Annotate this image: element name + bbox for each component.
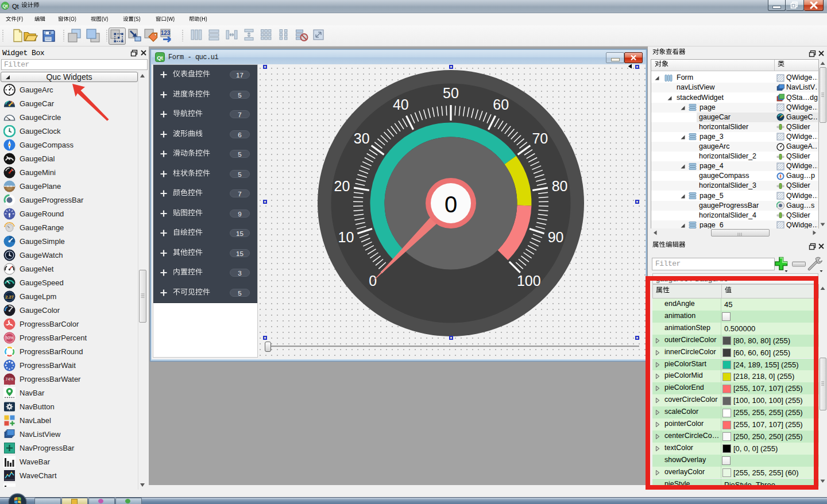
svg-text:50: 50 xyxy=(443,85,459,101)
svg-text:10: 10 xyxy=(338,229,354,245)
svg-text:20: 20 xyxy=(334,178,350,194)
svg-text:0: 0 xyxy=(369,273,377,289)
svg-text:90: 90 xyxy=(548,229,564,245)
svg-text:50%: 50% xyxy=(5,336,13,340)
svg-text:70: 70 xyxy=(532,130,548,146)
svg-text:40: 40 xyxy=(393,96,409,113)
svg-text:74%: 74% xyxy=(5,377,13,381)
svg-text:123: 123 xyxy=(161,30,171,36)
svg-text:0: 0 xyxy=(445,192,457,217)
svg-text:80: 80 xyxy=(552,178,568,194)
svg-text:2.27: 2.27 xyxy=(5,294,14,300)
svg-text:Qt: Qt xyxy=(157,55,163,61)
svg-text:60: 60 xyxy=(493,96,509,113)
svg-text:Qt: Qt xyxy=(3,3,8,9)
svg-text:30: 30 xyxy=(354,130,370,146)
svg-text:100: 100 xyxy=(517,273,541,289)
